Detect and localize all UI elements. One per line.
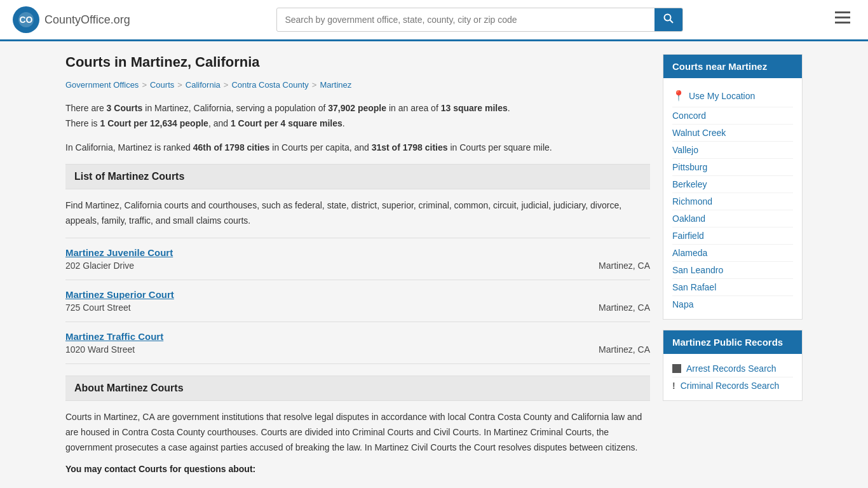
nearby-city-fairfield[interactable]: Fairfield	[672, 227, 793, 245]
about-text: Courts in Martinez, CA are government in…	[65, 401, 650, 464]
criminal-records-icon: !	[672, 381, 675, 391]
nearby-city-pittsburg[interactable]: Pittsburg	[672, 159, 793, 176]
breadcrumb-sep-4: >	[312, 80, 317, 90]
search-bar	[276, 8, 683, 32]
svg-rect-5	[835, 17, 850, 18]
rank2-bold: 31st of 1798 cities	[372, 142, 448, 152]
nearby-courts-box: Courts near Martinez 📍 Use My Location C…	[663, 54, 803, 320]
info-paragraph-1: There are 3 Courts in Martinez, Californ…	[65, 101, 650, 132]
nearby-city-napa[interactable]: Napa	[672, 296, 793, 313]
page-title: Courts in Martinez, California	[65, 54, 650, 71]
court-name-2[interactable]: Martinez Superior Court	[65, 289, 650, 300]
court-item-3: Martinez Traffic Court 1020 Ward Street …	[65, 322, 650, 364]
breadcrumb: Government Offices > Courts > California…	[65, 80, 650, 90]
breadcrumb-sep-1: >	[142, 80, 147, 90]
info-paragraph-2: In California, Martinez is ranked 46th o…	[65, 140, 650, 156]
nearby-city-oakland[interactable]: Oakland	[672, 210, 793, 227]
hamburger-menu-button[interactable]	[830, 9, 855, 30]
breadcrumb-sep-3: >	[224, 80, 229, 90]
search-input[interactable]	[277, 10, 654, 30]
arrest-records-link[interactable]: Arrest Records Search	[672, 360, 793, 377]
public-records-box: Martinez Public Records Arrest Records S…	[663, 330, 803, 401]
court-city-3: Martinez, CA	[599, 344, 650, 355]
use-my-location-link[interactable]: 📍 Use My Location	[672, 85, 793, 107]
nearby-city-richmond[interactable]: Richmond	[672, 193, 793, 210]
nearby-city-berkeley[interactable]: Berkeley	[672, 176, 793, 193]
svg-rect-6	[835, 22, 850, 24]
court-name-3[interactable]: Martinez Traffic Court	[65, 331, 650, 342]
court-name-1[interactable]: Martinez Juvenile Court	[65, 247, 650, 258]
search-button[interactable]	[654, 8, 682, 31]
court-item-2: Martinez Superior Court 725 Court Street…	[65, 280, 650, 322]
svg-point-2	[665, 15, 671, 21]
list-section-header: List of Martinez Courts	[65, 164, 650, 189]
per-area-bold: 1 Court per 4 square miles	[231, 118, 342, 128]
nearby-city-san-rafael[interactable]: San Rafael	[672, 279, 793, 296]
about-contact-bold: You may contact Courts for questions abo…	[65, 464, 650, 474]
population-bold: 37,902 people	[328, 103, 386, 113]
court-city-2: Martinez, CA	[599, 302, 650, 313]
court-item-1: Martinez Juvenile Court 202 Glacier Driv…	[65, 238, 650, 280]
court-city-1: Martinez, CA	[599, 261, 650, 271]
list-section-description: Find Martinez, California courts and cou…	[65, 189, 650, 238]
public-records-header: Martinez Public Records	[663, 330, 802, 354]
area-bold: 13 square miles	[441, 103, 508, 113]
location-pin-icon: 📍	[672, 90, 685, 102]
breadcrumb-contra-costa[interactable]: Contra Costa County	[231, 80, 308, 90]
sidebar: Courts near Martinez 📍 Use My Location C…	[663, 54, 803, 474]
logo[interactable]: CO CountyOffice.org	[13, 6, 130, 33]
nearby-city-alameda[interactable]: Alameda	[672, 245, 793, 262]
arrest-records-icon	[672, 364, 681, 373]
court-details-1: 202 Glacier Drive Martinez, CA	[65, 261, 650, 271]
courts-count-bold: 3 Courts	[107, 103, 143, 113]
court-address-1: 202 Glacier Drive	[65, 261, 134, 271]
svg-text:CO: CO	[20, 15, 33, 25]
nearby-courts-header: Courts near Martinez	[663, 55, 802, 78]
nearby-city-concord[interactable]: Concord	[672, 107, 793, 125]
main-content: Courts in Martinez, California Governmen…	[65, 54, 650, 474]
nearby-city-san-leandro[interactable]: San Leandro	[672, 262, 793, 279]
logo-text: CountyOffice.org	[44, 13, 130, 27]
main-container: Courts in Martinez, California Governmen…	[53, 41, 815, 487]
svg-line-3	[670, 20, 674, 24]
court-address-3: 1020 Ward Street	[65, 344, 135, 355]
logo-icon: CO	[13, 6, 39, 33]
court-details-3: 1020 Ward Street Martinez, CA	[65, 344, 650, 355]
nearby-city-walnut-creek[interactable]: Walnut Creek	[672, 125, 793, 142]
nearby-courts-links: 📍 Use My Location Concord Walnut Creek V…	[663, 78, 802, 319]
public-records-links: Arrest Records Search ! Criminal Records…	[663, 354, 802, 400]
breadcrumb-california[interactable]: California	[186, 80, 220, 90]
site-header: CO CountyOffice.org	[0, 0, 868, 41]
per-person-bold: 1 Court per 12,634 people	[100, 118, 208, 128]
svg-rect-4	[835, 11, 850, 13]
court-details-2: 725 Court Street Martinez, CA	[65, 302, 650, 313]
breadcrumb-sep-2: >	[177, 80, 182, 90]
breadcrumb-gov-offices[interactable]: Government Offices	[65, 80, 139, 90]
rank1-bold: 46th of 1798 cities	[193, 142, 270, 152]
breadcrumb-courts[interactable]: Courts	[150, 80, 174, 90]
about-section: About Martinez Courts Courts in Martinez…	[65, 376, 650, 474]
breadcrumb-martinez[interactable]: Martinez	[320, 80, 351, 90]
about-section-header: About Martinez Courts	[65, 376, 650, 401]
criminal-records-link[interactable]: ! Criminal Records Search	[672, 377, 793, 394]
nearby-city-vallejo[interactable]: Vallejo	[672, 142, 793, 159]
court-address-2: 725 Court Street	[65, 302, 131, 313]
